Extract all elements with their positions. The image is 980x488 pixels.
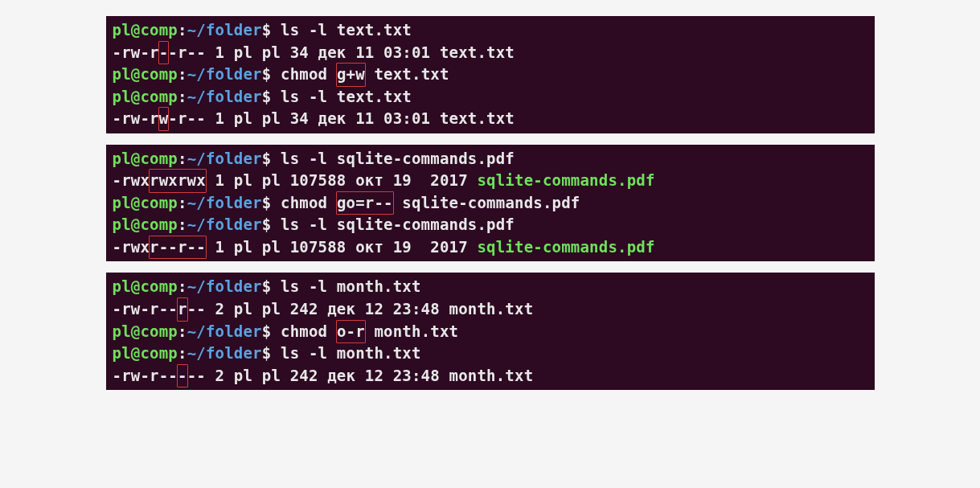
ls-details: 2 pl pl 242 дек 12 23:48 month.txt xyxy=(206,300,533,318)
prompt-user: pl@comp xyxy=(113,344,178,362)
prompt-sigil: $ xyxy=(262,88,272,105)
command-text: ls -l month.txt xyxy=(281,277,421,295)
ls-details: 1 pl pl 107588 окт 19 2017 xyxy=(206,171,478,189)
highlight-perm: - xyxy=(177,364,188,388)
prompt-user: pl@comp xyxy=(113,277,178,295)
prompt-sigil: $ xyxy=(262,65,272,83)
perm-pre: -rw-r xyxy=(113,109,159,127)
terminal-line: pl@comp:~/folder$ chmod go=r-- sqlite-co… xyxy=(113,192,868,215)
terminal-line: -rwxr--r-- 1 pl pl 107588 окт 19 2017 sq… xyxy=(113,236,868,259)
prompt-colon: : xyxy=(178,215,187,233)
perm-post: -- xyxy=(187,367,206,384)
prompt-path: ~/folder xyxy=(187,65,262,83)
executable-filename: sqlite-commands.pdf xyxy=(477,171,654,189)
perm-pre: -rwx xyxy=(113,171,150,189)
prompt-path: ~/folder xyxy=(187,322,262,340)
prompt-sigil: $ xyxy=(262,194,272,211)
command-text: ls -l month.txt xyxy=(281,344,421,362)
prompt-colon: : xyxy=(178,344,187,362)
prompt-sigil: $ xyxy=(262,277,272,295)
prompt-sigil: $ xyxy=(262,322,272,340)
prompt-colon: : xyxy=(178,194,187,211)
prompt-colon: : xyxy=(178,322,187,340)
prompt-sigil: $ xyxy=(262,215,272,233)
prompt-user: pl@comp xyxy=(113,88,178,105)
prompt-user: pl@comp xyxy=(113,194,178,211)
terminal-block-1[interactable]: pl@comp:~/folder$ ls -l sqlite-commands.… xyxy=(106,145,875,262)
perm-pre: -rw-r xyxy=(113,43,159,61)
command-pre: chmod xyxy=(281,322,337,340)
ls-details: 2 pl pl 242 дек 12 23:48 month.txt xyxy=(206,367,533,384)
terminal-line: pl@comp:~/folder$ chmod o-r month.txt xyxy=(113,321,868,343)
prompt-user: pl@comp xyxy=(113,150,178,167)
terminal-line: -rw-r----- 2 pl pl 242 дек 12 23:48 mont… xyxy=(113,365,868,388)
command-text: ls -l text.txt xyxy=(281,88,412,105)
command-post: text.txt xyxy=(365,65,449,83)
prompt-colon: : xyxy=(178,21,187,39)
terminal-line: pl@comp:~/folder$ ls -l month.txt xyxy=(113,276,868,298)
perm-post: -- xyxy=(187,300,206,318)
command-post: month.txt xyxy=(365,322,458,340)
prompt-user: pl@comp xyxy=(113,215,178,233)
ls-details: 1 pl pl 34 дек 11 03:01 text.txt xyxy=(206,43,515,61)
prompt-user: pl@comp xyxy=(113,322,178,340)
terminal-line: pl@comp:~/folder$ ls -l sqlite-commands.… xyxy=(113,214,868,236)
highlight-perm: r xyxy=(177,297,188,322)
command-pre: chmod xyxy=(281,65,337,83)
prompt-path: ~/folder xyxy=(187,277,262,295)
prompt-sigil: $ xyxy=(262,150,272,167)
perm-pre: -rw-r-- xyxy=(113,300,178,318)
prompt-colon: : xyxy=(178,277,187,295)
terminal-line: pl@comp:~/folder$ ls -l month.txt xyxy=(113,342,868,365)
perm-post: -r-- xyxy=(168,43,206,61)
highlight-perm: r--r-- xyxy=(149,236,207,260)
prompt-user: pl@comp xyxy=(113,65,178,83)
terminal-line: pl@comp:~/folder$ ls -l sqlite-commands.… xyxy=(113,148,868,170)
prompt-colon: : xyxy=(178,150,187,167)
highlight-argument: go=r-- xyxy=(336,191,394,215)
perm-pre: -rwx xyxy=(113,238,150,256)
prompt-sigil: $ xyxy=(262,344,272,362)
terminal-line: pl@comp:~/folder$ ls -l text.txt xyxy=(113,19,868,42)
terminal-line: -rwxrwxrwx 1 pl pl 107588 окт 19 2017 sq… xyxy=(113,170,868,192)
command-text: ls -l sqlite-commands.pdf xyxy=(281,215,515,233)
ls-details: 1 pl pl 34 дек 11 03:01 text.txt xyxy=(206,109,515,127)
prompt-sigil: $ xyxy=(262,21,272,39)
perm-pre: -rw-r-- xyxy=(113,367,178,384)
terminal-line: -rw-r--r-- 2 pl pl 242 дек 12 23:48 mont… xyxy=(113,298,868,321)
terminal-line: -rw-r--r-- 1 pl pl 34 дек 11 03:01 text.… xyxy=(113,42,868,64)
terminal-line: pl@comp:~/folder$ chmod g+w text.txt xyxy=(113,64,868,86)
prompt-path: ~/folder xyxy=(187,194,262,211)
prompt-path: ~/folder xyxy=(187,21,262,39)
prompt-user: pl@comp xyxy=(113,21,178,39)
terminal-line: -rw-rw-r-- 1 pl pl 34 дек 11 03:01 text.… xyxy=(113,108,868,130)
prompt-colon: : xyxy=(178,88,187,105)
highlight-argument: o-r xyxy=(336,320,366,344)
command-text: ls -l text.txt xyxy=(281,21,412,39)
perm-post: -r-- xyxy=(168,109,206,127)
prompt-path: ~/folder xyxy=(187,344,262,362)
command-text: ls -l sqlite-commands.pdf xyxy=(281,150,515,167)
command-post: sqlite-commands.pdf xyxy=(393,194,580,211)
prompt-colon: : xyxy=(178,65,187,83)
executable-filename: sqlite-commands.pdf xyxy=(477,238,654,256)
prompt-path: ~/folder xyxy=(187,88,262,105)
prompt-path: ~/folder xyxy=(187,150,262,167)
highlight-argument: g+w xyxy=(336,63,366,87)
terminal-line: pl@comp:~/folder$ ls -l text.txt xyxy=(113,86,868,109)
ls-details: 1 pl pl 107588 окт 19 2017 xyxy=(206,238,478,256)
terminal-block-0[interactable]: pl@comp:~/folder$ ls -l text.txt-rw-r--r… xyxy=(106,16,875,133)
command-pre: chmod xyxy=(281,194,337,211)
terminal-block-2[interactable]: pl@comp:~/folder$ ls -l month.txt-rw-r--… xyxy=(106,273,875,390)
prompt-path: ~/folder xyxy=(187,215,262,233)
highlight-perm: rwxrwx xyxy=(149,169,207,193)
